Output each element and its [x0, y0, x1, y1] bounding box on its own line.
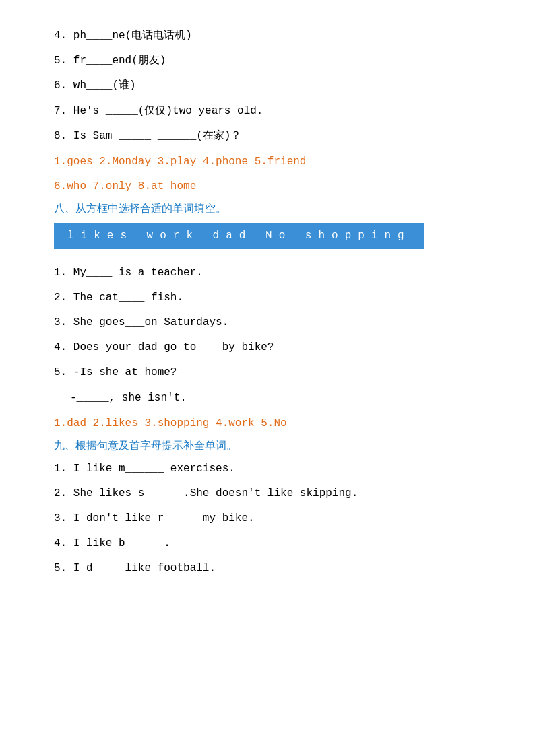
r2: 2. She likes s______.She doesn't like sk…: [54, 485, 481, 503]
q5-a: 5. -Is she at home?: [54, 364, 481, 382]
item-8: 8. Is Sam _____ ______(在家)？: [54, 127, 481, 145]
q2: 2. The cat____ fish.: [54, 289, 481, 307]
word-box-content: likes work dad No shopping: [54, 223, 424, 249]
answers-line-3: 1.dad 2.likes 3.shopping 4.work 5.No: [54, 414, 481, 434]
answers-line-2: 6.who 7.only 8.at home: [54, 177, 481, 197]
r4: 4. I like b______.: [54, 535, 481, 553]
r1: 1. I like m______ exercises.: [54, 460, 481, 478]
worksheet-content: 4. ph____ne(电话电话机) 5. fr____end(朋友) 6. w…: [54, 27, 481, 578]
item-7: 7. He's _____(仅仅)two years old.: [54, 102, 481, 121]
r3: 3. I don't like r_____ my bike.: [54, 510, 481, 528]
q3: 3. She goes___on Saturdays.: [54, 314, 481, 332]
section-9-header: 九、根据句意及首字母提示补全单词。: [54, 439, 481, 453]
answers-line-1: 1.goes 2.Monday 3.play 4.phone 5.friend: [54, 152, 481, 172]
r5: 5. I d____ like football.: [54, 559, 481, 578]
q1: 1. My____ is a teacher.: [54, 264, 481, 282]
q5-b: -_____, she isn't.: [54, 389, 481, 407]
word-box: likes work dad No shopping: [54, 223, 481, 257]
item-5: 5. fr____end(朋友): [54, 52, 481, 70]
item-4: 4. ph____ne(电话电话机): [54, 27, 481, 45]
section-8-header: 八、从方框中选择合适的单词填空。: [54, 202, 481, 216]
item-6: 6. wh____(谁): [54, 77, 481, 95]
q4: 4. Does your dad go to____by bike?: [54, 339, 481, 357]
